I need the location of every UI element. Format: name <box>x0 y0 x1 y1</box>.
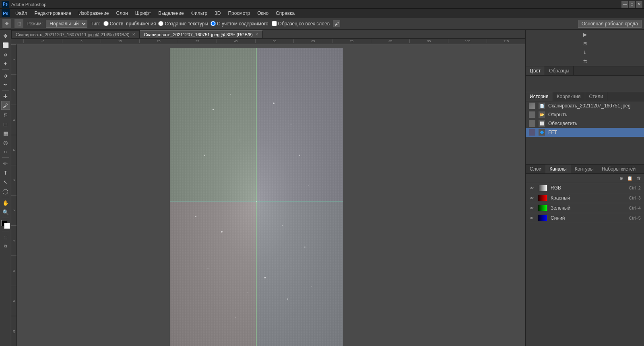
channel-vis-red[interactable]: 👁 <box>529 195 535 201</box>
close-button[interactable]: ✕ <box>636 1 642 8</box>
document-tabs: Сканировать_20211207_16075111.jpg @ 214%… <box>11 30 525 39</box>
channel-thumb-rgb <box>538 185 547 191</box>
toolbar: ✥ ⬜ ⌀ ✦ ⬗ ✒ ✚ 🖌 ⎘ ◻ ▦ ◎ ○ ✏ T ↖ ◯ ✋ 🔍 ⬚ … <box>0 30 11 346</box>
menu-image[interactable]: Изображение <box>75 10 112 17</box>
tool-type[interactable]: T <box>1 168 10 177</box>
tool-hand[interactable]: ✋ <box>1 198 10 207</box>
panel-tool-icon2[interactable]: 📋 <box>626 175 634 182</box>
tab-styles[interactable]: Стили <box>585 92 608 101</box>
panel-history-icon[interactable]: ⇆ <box>582 58 588 64</box>
history-item-1[interactable]: 📂 Открыть <box>526 110 644 119</box>
tab-brushes[interactable]: Наборы кистей <box>598 165 640 173</box>
channel-vis-blue[interactable]: 👁 <box>529 215 535 221</box>
tool-move[interactable]: ✥ <box>1 31 10 40</box>
optionsbar: ✥ ⬚ Режим: Нормальный Тип: Соотв. прибли… <box>0 18 644 30</box>
menu-window[interactable]: Окно <box>254 10 272 17</box>
panel-history: История Коррекция Стили 📄 Сканировать_20… <box>526 92 644 165</box>
tool-clone[interactable]: ⎘ <box>1 110 10 119</box>
tab-layers[interactable]: Слои <box>526 165 545 173</box>
panel-tool-icon1[interactable]: ⊕ <box>617 175 625 182</box>
ruler-vertical: 1 2 3 4 5 6 7 8 9 10 <box>11 44 17 346</box>
menu-3d[interactable]: 3D <box>211 10 224 17</box>
canvas-viewport[interactable] <box>17 44 525 346</box>
panel-tool-icon3[interactable]: 🗑 <box>635 175 642 182</box>
tool-shape[interactable]: ◯ <box>1 187 10 196</box>
channel-thumb-blue <box>538 215 547 221</box>
panel-info-icon[interactable]: ℹ <box>582 49 588 56</box>
panel-arrow-icon[interactable]: ▶ <box>582 31 588 38</box>
tool-gradient[interactable]: ▦ <box>1 129 10 138</box>
tab-channels[interactable]: Каналы <box>545 165 571 173</box>
radio-content[interactable]: С учетом содержимого <box>211 21 268 27</box>
tab2-close[interactable]: ✕ <box>255 32 258 37</box>
mode-select[interactable]: Нормальный <box>46 20 87 28</box>
tab2-label: Сканировать_20211207_160751.jpeg @ 30% (… <box>144 32 253 37</box>
tool-heal[interactable]: ✚ <box>1 92 10 101</box>
tool-eyedropper[interactable]: ✒ <box>1 80 10 89</box>
radio-texture[interactable]: Создание текстуры <box>158 21 208 27</box>
ruler-tick: 45 <box>217 39 255 43</box>
channels-list: 👁 RGB Ctrl+2 👁 Красный Ctrl+3 👁 Зеленый <box>526 183 644 346</box>
history-item-3[interactable]: 🔷 FFT <box>526 128 644 137</box>
tool-screen[interactable]: ⧉ <box>1 242 10 251</box>
workspace-selector[interactable]: Основная рабочая среда <box>578 20 642 28</box>
tool-crop[interactable]: ⬗ <box>1 71 10 80</box>
checkbox-all-layers[interactable]: Образец со всех слоев <box>272 21 330 27</box>
menu-filter[interactable]: Фильтр <box>188 10 211 17</box>
menu-edit[interactable]: Редактирование <box>31 10 74 17</box>
tool-path-select[interactable]: ↖ <box>1 177 10 186</box>
menu-layers[interactable]: Слои <box>113 10 131 17</box>
channel-green[interactable]: 👁 Зеленый Ctrl+4 <box>526 203 644 213</box>
tab-correction[interactable]: Коррекция <box>553 92 585 101</box>
menu-help[interactable]: Справка <box>272 10 298 17</box>
tab-history[interactable]: История <box>526 92 553 101</box>
tool-pen[interactable]: ✏ <box>1 159 10 168</box>
minimize-button[interactable]: — <box>621 1 628 8</box>
color-swatches[interactable] <box>1 220 10 229</box>
tool-lasso[interactable]: ⌀ <box>1 50 10 59</box>
tab-doc1[interactable]: Сканировать_20211207_16075111.jpg @ 214%… <box>11 30 140 38</box>
channel-vis-green[interactable]: 👁 <box>529 205 535 211</box>
tool-mask[interactable]: ⬚ <box>1 233 10 241</box>
panel-color: Цвет Образцы <box>526 66 644 92</box>
history-list: 📄 Сканировать_20211207_160751.jpeg 📂 Отк… <box>526 101 644 137</box>
menu-font[interactable]: Шрифт <box>132 10 154 17</box>
tool-zoom[interactable]: 🔍 <box>1 208 10 216</box>
history-item-0[interactable]: 📄 Сканировать_20211207_160751.jpeg <box>526 101 644 110</box>
tool-options-icon2[interactable]: ⬚ <box>14 19 23 28</box>
background-color[interactable] <box>4 223 10 229</box>
tool-dodge[interactable]: ○ <box>1 147 10 156</box>
tool-magic-wand[interactable]: ✦ <box>1 59 10 68</box>
history-icon-3 <box>529 129 535 136</box>
channel-blue[interactable]: 👁 Синий Ctrl+5 <box>526 213 644 223</box>
tab-color[interactable]: Цвет <box>526 66 545 75</box>
tool-options-icon[interactable]: ✥ <box>2 19 11 28</box>
channel-vis-rgb[interactable]: 👁 <box>529 185 535 191</box>
radio-approx[interactable]: Соотв. приближения <box>103 21 156 27</box>
ruler-tick: 105 <box>448 39 487 43</box>
tool-eraser[interactable]: ◻ <box>1 119 10 128</box>
tab-doc2[interactable]: Сканировать_20211207_160751.jpeg @ 30% (… <box>140 30 263 38</box>
tab1-label: Сканировать_20211207_16075111.jpg @ 214%… <box>16 32 130 37</box>
channel-shortcut-rgb: Ctrl+2 <box>629 185 641 190</box>
maximize-button[interactable]: □ <box>629 1 635 8</box>
history-item-2[interactable]: ⬜ Обесцветить <box>526 119 644 128</box>
history-action-icon-3: 🔷 <box>539 129 545 136</box>
channel-red[interactable]: 👁 Красный Ctrl+3 <box>526 193 644 203</box>
tab-paths[interactable]: Контуры <box>571 165 598 173</box>
menu-view[interactable]: Просмотр <box>225 10 253 17</box>
menu-select[interactable]: Выделение <box>155 10 187 17</box>
brush-icon[interactable]: 🖌 <box>333 20 340 27</box>
ruler-tick: 95 <box>409 39 448 43</box>
tool-brush[interactable]: 🖌 <box>1 101 10 110</box>
tool-select-rect[interactable]: ⬜ <box>1 41 10 49</box>
tab1-close[interactable]: ✕ <box>132 32 135 37</box>
tool-blur[interactable]: ◎ <box>1 138 10 147</box>
channel-rgb[interactable]: 👁 RGB Ctrl+2 <box>526 183 644 193</box>
channel-shortcut-blue: Ctrl+5 <box>629 216 641 220</box>
tab-samples[interactable]: Образцы <box>545 66 574 75</box>
main-area: ✥ ⬜ ⌀ ✦ ⬗ ✒ ✚ 🖌 ⎘ ◻ ▦ ◎ ○ ✏ T ↖ ◯ ✋ 🔍 ⬚ … <box>0 30 644 346</box>
panel-adjust-icon[interactable]: ⊞ <box>582 40 588 47</box>
app-title: Adobe Photoshop <box>11 2 621 7</box>
menu-file[interactable]: Файл <box>12 10 31 17</box>
